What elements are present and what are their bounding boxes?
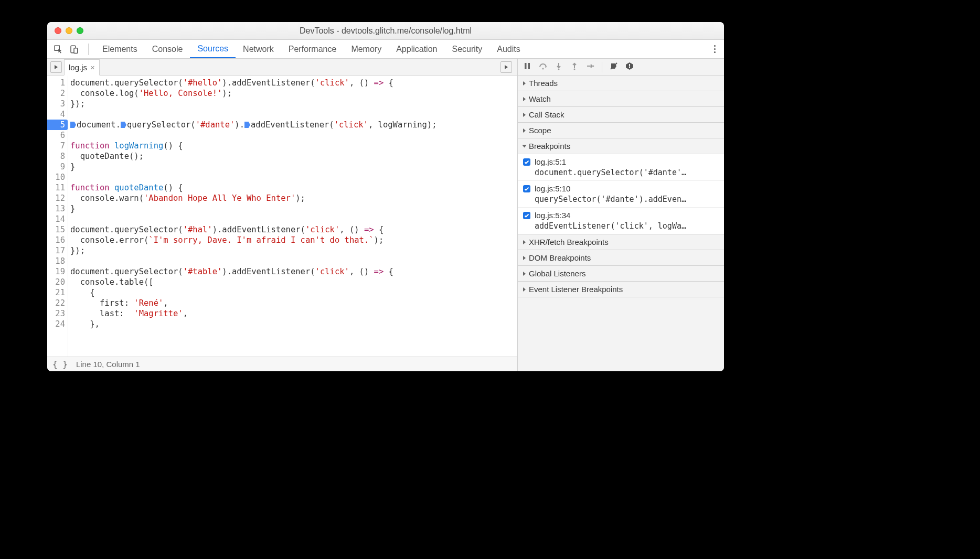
close-file-tab-icon[interactable]: × [90,63,95,72]
line-number[interactable]: 23 [47,308,68,319]
line-number[interactable]: 10 [47,172,68,182]
line-number[interactable]: 7 [47,141,68,151]
panel-header[interactable]: Threads [518,76,724,91]
code-line[interactable] [70,214,517,224]
panel-header[interactable]: XHR/fetch Breakpoints [518,234,724,250]
line-number[interactable]: 4 [47,109,68,120]
line-number[interactable]: 6 [47,130,68,141]
line-number[interactable]: 8 [47,151,68,162]
code-line[interactable]: quoteDante(); [70,151,517,162]
minimize-window-button[interactable] [66,27,72,34]
line-number[interactable]: 15 [47,224,68,235]
code-line[interactable]: }, [70,319,517,329]
line-number[interactable]: 19 [47,266,68,277]
line-number[interactable]: 12 [47,193,68,203]
panel-xhr-fetch-breakpoints: XHR/fetch Breakpoints [518,234,724,250]
svg-rect-9 [629,64,630,67]
code-line[interactable]: } [70,203,517,214]
line-number[interactable]: 11 [47,182,68,193]
panel-header[interactable]: Scope [518,123,724,138]
step-out-icon[interactable] [570,62,579,72]
svg-rect-3 [528,63,530,69]
breakpoint-item[interactable]: log.js:5:10querySelector('#dante').addEv… [518,181,724,208]
breakpoint-checkbox[interactable] [523,212,530,219]
tab-network[interactable]: Network [236,40,281,58]
line-number[interactable]: 14 [47,214,68,224]
line-number[interactable]: 17 [47,245,68,256]
code-line[interactable]: document.querySelector('#hal').addEventL… [70,224,517,235]
breakpoint-item[interactable]: log.js:5:1document.querySelector('#dante… [518,154,724,181]
device-toggle-icon[interactable] [68,44,80,55]
pretty-print-icon[interactable]: { } [52,359,68,369]
tab-performance[interactable]: Performance [281,40,344,58]
maximize-window-button[interactable] [77,27,83,34]
disclosure-triangle-icon [523,81,526,85]
code-line[interactable]: first: 'René', [70,298,517,308]
code-line[interactable]: document.querySelector('#hello').addEven… [70,78,517,88]
line-number[interactable]: 13 [47,203,68,214]
close-window-button[interactable] [55,27,61,34]
line-number[interactable]: 20 [47,277,68,287]
line-number[interactable]: 21 [47,287,68,298]
tab-application[interactable]: Application [389,40,444,58]
breakpoint-checkbox[interactable] [523,185,530,192]
panel-watch: Watch [518,91,724,107]
step-over-icon[interactable] [539,62,547,72]
navigator-toggle-icon[interactable] [50,61,62,73]
breakpoint-snippet: addEventListener('click', logWa… [535,221,719,231]
code-line[interactable]: } [70,162,517,172]
code-line[interactable] [70,172,517,182]
disclosure-triangle-icon [523,256,526,260]
debugger-toggle-icon[interactable] [500,61,512,73]
panel-header[interactable]: Call Stack [518,107,724,122]
code-line[interactable]: console.warn('Abandon Hope All Ye Who En… [70,193,517,203]
code-line[interactable]: function logWarning() { [70,141,517,151]
breakpoints-panel-header[interactable]: Breakpoints [518,138,724,154]
code-line[interactable]: last: 'Magritte', [70,308,517,319]
code-line[interactable]: console.table([ [70,277,517,287]
tab-sources[interactable]: Sources [190,40,236,58]
inspect-element-icon[interactable] [52,44,64,55]
breakpoint-item[interactable]: log.js:5:34addEventListener('click', log… [518,208,724,234]
line-number[interactable]: 1 [47,78,68,88]
code-line[interactable]: function quoteDante() { [70,182,517,193]
code-editor[interactable]: 123456789101112131415161718192021222324 … [47,76,517,357]
line-number[interactable]: 5 [47,120,68,130]
line-number[interactable]: 3 [47,99,68,109]
code-line[interactable] [70,256,517,266]
panel-header[interactable]: Watch [518,91,724,106]
panel-header[interactable]: Event Listener Breakpoints [518,282,724,297]
line-number[interactable]: 16 [47,235,68,245]
line-number[interactable]: 18 [47,256,68,266]
panel-header[interactable]: DOM Breakpoints [518,250,724,265]
code-line[interactable]: { [70,287,517,298]
panel-header[interactable]: Global Listeners [518,266,724,281]
step-icon[interactable] [586,62,594,72]
code-line[interactable]: console.log('Hello, Console!'); [70,88,517,99]
main-tabs: ElementsConsoleSourcesNetworkPerformance… [47,40,724,59]
code-line[interactable]: document.querySelector('#table').addEven… [70,266,517,277]
pause-icon[interactable] [523,62,531,72]
code-line[interactable]: }); [70,99,517,109]
line-number[interactable]: 9 [47,162,68,172]
line-number[interactable]: 22 [47,298,68,308]
tab-elements[interactable]: Elements [95,40,145,58]
deactivate-breakpoints-icon[interactable] [610,62,618,72]
more-menu-icon[interactable] [711,42,719,56]
code-line[interactable]: document.querySelector('#dante').addEven… [70,120,517,130]
tab-console[interactable]: Console [145,40,190,58]
tab-audits[interactable]: Audits [489,40,527,58]
tab-security[interactable]: Security [444,40,489,58]
code-line[interactable]: }); [70,245,517,256]
file-tab-logjs[interactable]: log.js × [64,59,100,76]
pause-on-exceptions-icon[interactable] [625,62,634,72]
step-into-icon[interactable] [555,62,563,72]
code-line[interactable] [70,130,517,141]
breakpoint-checkbox[interactable] [523,158,530,166]
code-line[interactable] [70,109,517,120]
line-number[interactable]: 2 [47,88,68,99]
line-number[interactable]: 24 [47,319,68,329]
code-line[interactable]: console.error(`I'm sorry, Dave. I'm afra… [70,235,517,245]
breakpoint-snippet: document.querySelector('#dante'… [535,168,719,177]
tab-memory[interactable]: Memory [344,40,389,58]
